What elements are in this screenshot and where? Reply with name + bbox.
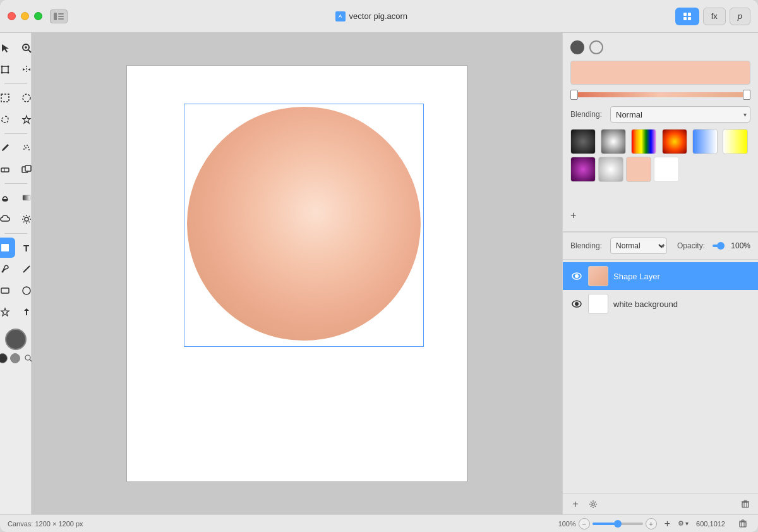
svg-marker-51 [24,308,29,311]
black-color[interactable] [0,353,8,363]
minimize-button[interactable] [21,12,29,20]
add-layer-status[interactable]: + [665,518,670,529]
tool-row-7 [0,188,37,208]
canvas-area[interactable] [32,33,562,514]
shape-circle [187,107,421,341]
left-toolbar: T [0,33,32,514]
gradient-stop-left[interactable] [570,90,578,100]
swatch-orange-radial[interactable] [662,129,687,154]
layer-item-background[interactable]: white background [563,290,758,318]
swatch-radial-light[interactable] [601,129,626,154]
layers-footer: + [563,493,758,514]
svg-line-10 [28,50,31,52]
gear-chevron-status: ▾ [685,520,689,527]
blending-select[interactable]: Normal Multiply Screen Overlay [610,106,750,123]
blending-select-wrapper: Normal Multiply Screen Overlay ▾ [610,106,750,123]
svg-marker-20 [28,68,30,71]
svg-point-25 [27,145,28,146]
swatch-dark-radial[interactable] [570,129,596,154]
rect-select-tool[interactable] [0,88,15,108]
layer-visibility-shape[interactable] [570,270,583,282]
eraser-tool[interactable] [0,159,15,179]
swatch-yellow[interactable] [723,129,748,154]
svg-point-57 [575,302,579,306]
canvas-info: Canvas: 1200 × 1200 px [8,520,83,528]
swatch-rainbow[interactable] [631,129,656,154]
svg-rect-0 [54,13,57,20]
svg-point-35 [25,217,28,221]
fill-mode-solid[interactable] [570,40,584,54]
add-layer-button[interactable]: + [568,497,583,512]
opacity-slider-thumb[interactable] [717,242,725,250]
svg-point-27 [28,147,29,148]
svg-rect-2 [58,16,64,17]
swatch-empty[interactable] [654,157,679,182]
layers-blending-select[interactable]: Normal Multiply Screen [610,238,667,254]
sidebar-toggle-button[interactable] [50,9,68,23]
trash-button[interactable] [738,497,753,512]
cloud-tool[interactable] [0,209,15,229]
layer-thumb-background [588,294,608,314]
gradient-stop-right[interactable] [743,90,750,100]
svg-rect-44 [1,244,9,251]
fill-mode-outline[interactable] [589,40,603,54]
shape-tool[interactable] [0,238,15,258]
fx-button[interactable]: fx [703,8,726,25]
layer-visibility-background[interactable] [570,298,583,310]
layer-item-shape[interactable]: Shape Layer [563,262,758,290]
svg-rect-33 [25,166,31,171]
foreground-color[interactable] [5,329,27,350]
tool-row-8 [0,209,37,229]
crop-tool[interactable] [0,59,15,80]
pen-tool[interactable] [0,259,15,279]
zoom-slider[interactable] [593,523,643,525]
tool-row-12 [0,302,37,322]
settings-button[interactable] [586,497,601,512]
svg-line-40 [23,216,25,217]
lasso-tool[interactable] [0,109,15,130]
trash-status-button[interactable] [735,516,750,531]
svg-line-41 [28,222,30,223]
divider-1 [4,83,27,84]
swatch-white-radial[interactable] [598,157,623,182]
close-button[interactable] [8,12,16,20]
svg-point-22 [23,94,30,102]
swatch-blue-white[interactable] [692,129,718,154]
divider-4 [4,233,27,234]
maximize-button[interactable] [34,12,42,20]
tools-panel-button[interactable] [675,8,699,25]
blending-row: Blending: Normal Multiply Screen Overlay… [570,106,750,123]
layer-name-background: white background [613,299,750,309]
settings-gear-status[interactable]: ⚙ ▾ [678,519,689,528]
paint-brush-tool[interactable] [0,138,15,158]
rect-shape-tool[interactable] [0,281,15,301]
tools-icon [683,12,692,21]
arrow-tool[interactable] [0,38,15,58]
add-gradient-button[interactable]: + [570,210,576,221]
status-bar: Canvas: 1200 × 1200 px 100% − + + ⚙ ▾ 60… [0,514,758,532]
bucket-tool[interactable] [0,188,15,208]
svg-point-28 [23,148,25,150]
layers-section: Blending: Normal Multiply Screen ▾ Opaci… [563,232,758,514]
swatch-peach[interactable] [626,157,651,182]
layers-blending-label: Blending: [570,241,605,250]
zoom-slider-thumb[interactable] [614,520,622,528]
svg-rect-4 [683,13,687,16]
color-swatch-area [0,329,34,369]
svg-line-43 [23,222,25,223]
zoom-out-button[interactable]: − [579,518,590,529]
p-button[interactable]: p [730,8,750,25]
svg-point-26 [25,147,27,148]
svg-rect-30 [1,168,9,172]
star-shape-tool[interactable] [0,302,15,322]
zoom-in-button[interactable]: + [646,518,657,529]
opacity-slider-track[interactable] [713,245,721,247]
tool-row-2 [0,59,37,80]
gradient-preview[interactable] [570,61,750,85]
swatch-purple[interactable] [570,157,596,182]
svg-marker-19 [23,68,25,71]
blending-label: Blending: [570,110,605,119]
svg-point-16 [1,72,3,74]
gray-color[interactable] [10,353,20,363]
coordinates: 600,1012 [696,520,725,528]
